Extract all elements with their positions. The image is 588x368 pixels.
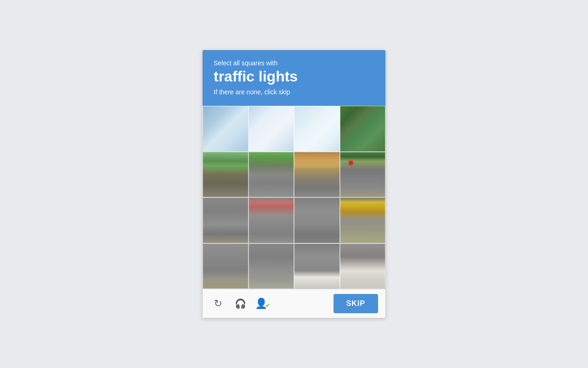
grid-cell-r4c4[interactable] bbox=[340, 243, 386, 289]
captcha-subject: traffic lights bbox=[214, 69, 374, 85]
grid-cell-r2c3[interactable] bbox=[294, 152, 340, 198]
footer-icons: ↺ 🎧 👤 ✔ bbox=[210, 295, 332, 312]
skip-button[interactable]: SKIP bbox=[334, 294, 378, 313]
captcha-grid bbox=[203, 106, 385, 289]
grid-cell-r3c2[interactable] bbox=[249, 197, 294, 243]
grid-cell-r2c2[interactable] bbox=[249, 152, 294, 198]
skip-hint-text: If there are none, click skip bbox=[214, 88, 374, 96]
captcha-widget: Select all squares with traffic lights I… bbox=[202, 50, 386, 318]
grid-cell-r4c2[interactable] bbox=[249, 243, 294, 289]
grid-cell-r1c4[interactable] bbox=[340, 106, 386, 152]
refresh-icon: ↺ bbox=[214, 298, 222, 310]
grid-cell-r2c1[interactable] bbox=[203, 152, 249, 198]
grid-cell-r4c3[interactable] bbox=[294, 243, 340, 289]
captcha-footer: ↺ 🎧 👤 ✔ SKIP bbox=[203, 289, 385, 318]
grid-cell-r1c2[interactable] bbox=[249, 106, 294, 152]
grid-cell-r2c4[interactable] bbox=[340, 152, 386, 198]
refresh-button[interactable]: ↺ bbox=[210, 295, 226, 312]
headphone-icon: 🎧 bbox=[235, 298, 246, 309]
grid-cell-r1c1[interactable] bbox=[203, 106, 249, 152]
checkmark-icon: ✔ bbox=[266, 302, 270, 309]
select-prefix-text: Select all squares with bbox=[214, 59, 374, 67]
audio-button[interactable]: 🎧 bbox=[232, 295, 249, 312]
grid-cell-r3c3[interactable] bbox=[294, 197, 340, 243]
grid-cell-r3c4[interactable] bbox=[340, 197, 386, 243]
grid-cell-r4c1[interactable] bbox=[203, 243, 249, 289]
grid-cell-r1c3[interactable] bbox=[294, 106, 340, 152]
captcha-header: Select all squares with traffic lights I… bbox=[203, 50, 385, 106]
user-verify-button[interactable]: 👤 ✔ bbox=[254, 295, 271, 312]
grid-cell-r3c1[interactable] bbox=[203, 197, 249, 243]
